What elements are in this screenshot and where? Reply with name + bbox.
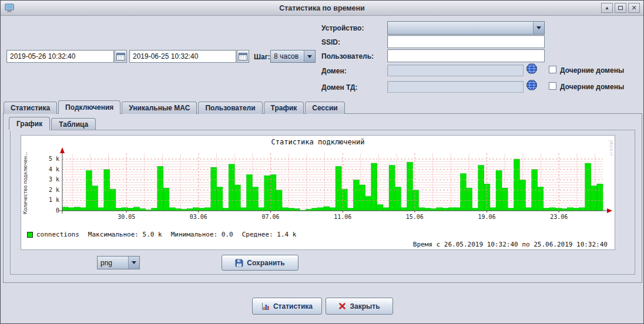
shade-button[interactable]: ▲ <box>601 3 613 13</box>
step-combobox-value: 8 часов <box>271 50 304 62</box>
save-button-label: Сохранить <box>247 259 284 267</box>
child-domains-checkbox[interactable] <box>549 66 556 73</box>
svg-text:11.06: 11.06 <box>334 214 351 220</box>
svg-text:23.06: 23.06 <box>550 214 568 220</box>
svg-text:4 k: 4 k <box>49 166 59 173</box>
domain-select-button[interactable] <box>525 63 538 76</box>
date-to-calendar-button[interactable] <box>237 50 249 63</box>
legend-series-name: connections <box>36 231 79 238</box>
shade-icon: ▲ <box>605 5 609 11</box>
step-label: Шаг: <box>254 53 270 61</box>
date-from-input[interactable] <box>6 50 114 63</box>
legend-min: Минимальное: 0.0 <box>171 231 233 238</box>
tab-traffic[interactable]: Трафик <box>264 102 304 114</box>
child-domains-ap-label: Дочерние домены <box>560 83 624 91</box>
close-x-icon <box>338 302 346 310</box>
window-title: Статистика по времени <box>1 4 643 12</box>
date-to-input[interactable] <box>129 50 236 63</box>
export-format-combobox[interactable]: png <box>97 256 140 269</box>
chevron-down-icon <box>533 22 544 34</box>
legend-color-swatch <box>27 232 33 238</box>
svg-text:19.06: 19.06 <box>478 214 496 220</box>
svg-text:15.06: 15.06 <box>406 214 424 220</box>
close-button-label: Закрыть <box>350 302 380 310</box>
save-button[interactable]: Сохранить <box>222 255 298 271</box>
chart-title: Статистика подключений <box>21 138 615 146</box>
maximize-button[interactable] <box>615 3 626 13</box>
chevron-down-icon <box>128 256 139 269</box>
close-icon: ✕ <box>631 4 636 12</box>
device-combobox-value <box>388 22 533 34</box>
chart-y-axis-label: Количество подключен... <box>23 150 29 217</box>
globe-icon <box>526 63 538 75</box>
subtab-graph[interactable]: График <box>9 117 50 130</box>
statistics-button[interactable]: Статистика <box>252 298 322 315</box>
save-floppy-icon <box>235 259 243 267</box>
ssid-input[interactable] <box>387 35 545 48</box>
calendar-icon <box>239 52 247 60</box>
device-combobox[interactable] <box>387 21 545 35</box>
date-from-calendar-button[interactable] <box>115 50 127 63</box>
globe-icon <box>526 79 538 91</box>
legend-series: connections <box>27 231 79 238</box>
tab-unique-mac[interactable]: Уникальные MAC <box>122 102 197 114</box>
svg-text:3 k: 3 k <box>49 176 59 183</box>
child-domains-label: Дочерние домены <box>560 66 624 75</box>
domain-label: Домен: <box>321 67 347 75</box>
legend-max: Максимальное: 5.0 k <box>88 231 162 238</box>
titlebar: Статистика по времени ▲ ✕ <box>1 1 643 16</box>
chevron-down-icon <box>304 50 315 62</box>
chart-legend: connections Максимальное: 5.0 k Минималь… <box>27 231 296 238</box>
svg-text:07.06: 07.06 <box>262 214 280 220</box>
svg-text:1 k: 1 k <box>49 197 59 203</box>
svg-text:30.05: 30.05 <box>118 214 135 220</box>
bar-chart-icon <box>261 302 270 310</box>
maximize-icon <box>618 6 623 10</box>
tab-connections[interactable]: Подключения <box>58 100 120 114</box>
chart-time-range: Время с 26.05.2019 10:32:40 по 25.06.201… <box>413 241 608 248</box>
domain-input <box>387 65 524 76</box>
svg-text:2 k: 2 k <box>49 187 59 193</box>
domain-ap-input <box>387 81 524 93</box>
calendar-icon <box>116 52 125 60</box>
chart-plot: 01 k2 k3 k4 k5 k30.0503.0607.0611.0615.0… <box>45 146 612 230</box>
tab-statistics[interactable]: Статистика <box>4 102 57 114</box>
svg-text:03.06: 03.06 <box>190 214 207 220</box>
user-input[interactable] <box>387 49 545 62</box>
window-controls: ▲ ✕ <box>601 3 640 13</box>
tab-sessions[interactable]: Сессии <box>305 102 344 114</box>
tab-users[interactable]: Пользователи <box>198 102 262 114</box>
subtab-table[interactable]: Таблица <box>51 118 96 130</box>
export-format-value: png <box>98 256 128 269</box>
main-tabstrip: Статистика Подключения Уникальные MAC По… <box>4 100 346 114</box>
close-button[interactable]: ✕ <box>628 3 640 13</box>
sub-tabstrip: График Таблица <box>9 117 97 130</box>
close-window-button[interactable]: Закрыть <box>326 298 393 315</box>
chart-watermark: JRobin <box>609 140 613 157</box>
legend-avg: Среднее: 1.4 k <box>242 231 297 238</box>
domain-ap-select-button[interactable] <box>525 79 538 92</box>
step-combobox[interactable]: 8 часов <box>270 50 316 63</box>
user-label: Пользователь: <box>321 52 374 60</box>
device-label: Устройство: <box>321 24 364 32</box>
chart: Статистика подключений Количество подклю… <box>21 135 615 250</box>
svg-text:5 k: 5 k <box>49 156 59 162</box>
window: Статистика по времени ▲ ✕ Шаг: 8 часов У… <box>0 0 644 324</box>
ssid-label: SSID: <box>321 38 340 46</box>
domain-ap-label: Домен ТД: <box>321 83 358 92</box>
child-domains-ap-checkbox[interactable] <box>549 82 556 90</box>
statistics-button-label: Статистика <box>273 302 313 310</box>
